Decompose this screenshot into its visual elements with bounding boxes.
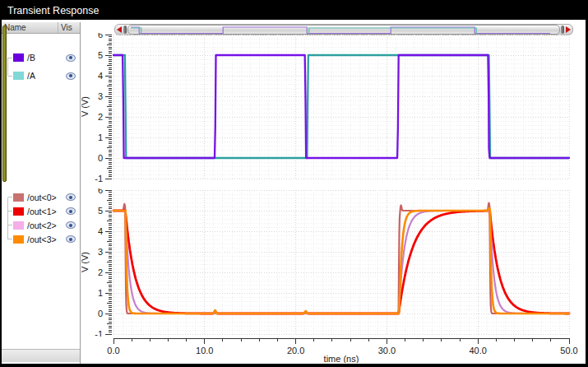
svg-text:6: 6	[98, 33, 103, 39]
svg-text:40.0: 40.0	[469, 346, 486, 355]
tree-header: Name Vis	[2, 22, 80, 34]
trace-/out<3>	[113, 208, 569, 314]
svg-text:50.0: 50.0	[560, 346, 577, 355]
signal-color-swatch[interactable]	[13, 72, 24, 80]
visibility-eye-icon[interactable]	[66, 221, 76, 229]
tree-row[interactable]: /out<1>	[2, 204, 80, 218]
transient-response-window: Transient Response Name Vis /B/A /out<0>…	[0, 0, 588, 367]
svg-text:3: 3	[98, 247, 103, 257]
visibility-eye-icon[interactable]	[66, 207, 76, 215]
svg-text:4: 4	[98, 71, 103, 81]
tree-branch-stub	[8, 58, 12, 58]
svg-text:2: 2	[98, 267, 103, 277]
tree-header-name: Name	[2, 22, 58, 33]
svg-text:0: 0	[98, 153, 103, 163]
signal-name[interactable]: /B	[27, 53, 66, 63]
tree-row[interactable]: /out<2>	[2, 218, 80, 232]
svg-text:3: 3	[98, 91, 103, 101]
tree-row[interactable]: /B	[2, 49, 80, 67]
tree-branch-stub	[8, 197, 12, 197]
signal-color-swatch[interactable]	[13, 221, 24, 230]
svg-text:-1: -1	[95, 329, 103, 337]
tree-branch-stub	[8, 225, 12, 225]
svg-text:10.0: 10.0	[196, 346, 213, 355]
y-axis-tick-comb	[105, 35, 112, 179]
overview-scroll-right-icon[interactable]	[566, 26, 571, 33]
visibility-eye-icon[interactable]	[66, 193, 76, 201]
signal-color-swatch[interactable]	[13, 235, 24, 244]
overview-scroll-left-icon[interactable]	[117, 26, 122, 33]
signal-color-swatch[interactable]	[13, 207, 24, 216]
signal-name[interactable]: /out<3>	[27, 235, 66, 244]
signal-name[interactable]: /out<2>	[27, 221, 66, 230]
top-strip-plot[interactable]: -10123456V (V)	[81, 33, 578, 183]
signal-name[interactable]: /out<0>	[27, 193, 66, 202]
signal-group-bottom: /out<0>/out<1>/out<2>/out<3>	[2, 190, 80, 246]
signal-group-top: /B/A	[2, 49, 80, 85]
graph-panel: -10123456V (V) -10123456V (V) 0.010.020.…	[81, 22, 586, 364]
signal-tree-panel: Name Vis /B/A /out<0>/out<1>/out<2>/out<…	[2, 22, 81, 364]
svg-text:5: 5	[98, 50, 103, 60]
signal-name[interactable]: /out<1>	[27, 207, 66, 216]
visibility-eye-icon[interactable]	[66, 54, 76, 62]
svg-text:-1: -1	[95, 174, 103, 183]
svg-text:0.0: 0.0	[107, 346, 119, 355]
tree-branch-stub	[8, 211, 12, 211]
svg-text:20.0: 20.0	[287, 346, 304, 355]
svg-text:0: 0	[98, 309, 103, 318]
y-axis-title: V (V)	[81, 252, 90, 272]
visibility-eye-icon[interactable]	[66, 72, 76, 80]
svg-text:5: 5	[98, 206, 103, 216]
y-axis-title: V (V)	[81, 96, 90, 117]
x-axis-ticks	[113, 338, 569, 344]
svg-text:4: 4	[98, 226, 103, 236]
grid	[113, 35, 569, 179]
window-titlebar[interactable]: Transient Response	[2, 2, 586, 20]
tree-branch-stub	[8, 76, 12, 77]
bottom-strip-plot[interactable]: -10123456V (V)	[81, 188, 578, 337]
y-axis-tick-comb	[105, 190, 112, 334]
signal-color-swatch[interactable]	[13, 193, 24, 202]
tree-branch-stub	[8, 239, 12, 239]
svg-text:1: 1	[98, 288, 103, 298]
signal-name[interactable]: /A	[27, 71, 66, 81]
time-axis: 0.010.020.030.040.050.0time (ns)	[81, 337, 578, 363]
visibility-eye-icon[interactable]	[66, 235, 76, 243]
y-axis-labels: -10123456	[95, 188, 103, 337]
signal-color-swatch[interactable]	[13, 53, 24, 62]
svg-text:1: 1	[98, 132, 103, 142]
tree-row[interactable]: /A	[2, 67, 80, 85]
window-title: Transient Response	[7, 5, 99, 16]
tree-header-vis: Vis	[58, 22, 80, 33]
svg-text:6: 6	[98, 188, 103, 195]
tree-horizontal-scrollbar[interactable]	[2, 349, 80, 362]
tree-row[interactable]: /out<0>	[2, 190, 80, 204]
svg-text:30.0: 30.0	[378, 346, 396, 355]
tree-row[interactable]: /out<3>	[2, 232, 80, 246]
x-axis-title: time (ns)	[324, 354, 359, 363]
y-axis-labels: -10123456	[95, 33, 103, 183]
svg-text:2: 2	[98, 112, 103, 122]
